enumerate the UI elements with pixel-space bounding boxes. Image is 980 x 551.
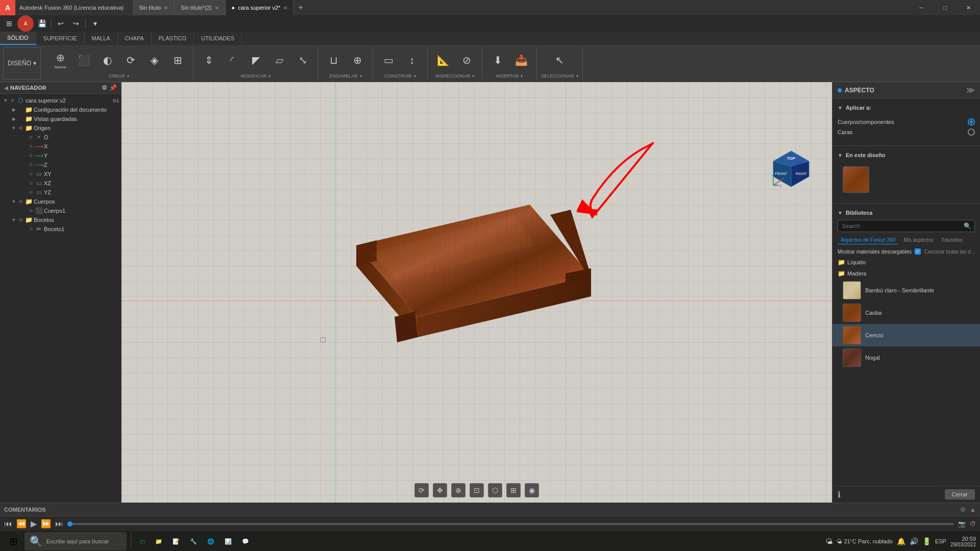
tab-plastico[interactable]: PLÁSTICO	[152, 32, 194, 45]
viewport[interactable]: TOP FRONT RIGHT x y z ⟳ ✥ ⊕ ⊡ ⬡ ⊞ ◉	[121, 82, 832, 503]
comments-settings-icon[interactable]: ⚙	[960, 506, 966, 513]
crear-label[interactable]: CREAR ▾	[109, 73, 129, 80]
vp-btn-zoom[interactable]: ⊕	[451, 483, 465, 497]
btn-interference[interactable]: ⊘	[455, 47, 478, 73]
in-design-header[interactable]: ▼ En este diseño	[832, 150, 980, 160]
clock-area[interactable]: 20:59 29/03/2022	[950, 536, 976, 547]
info-button[interactable]: ℹ	[838, 490, 841, 499]
volume-icon[interactable]: 🔊	[910, 537, 918, 545]
design-dropdown[interactable]: DISEÑO ▾	[3, 47, 41, 80]
library-header[interactable]: ▼ Biblioteca	[832, 208, 980, 218]
material-nogal[interactable]: Nogal	[832, 346, 980, 369]
tree-item-xy[interactable]: 👁 ▭ XY	[0, 169, 121, 179]
cancel-all-link[interactable]: Cancelar todas las d...	[924, 249, 975, 255]
in-design-swatch[interactable]	[843, 166, 869, 193]
btn-join[interactable]: ⊔	[323, 47, 345, 73]
tab-malla[interactable]: MALLA	[85, 32, 118, 45]
construir-label[interactable]: CONSTRUIR ▾	[384, 73, 416, 80]
qa-undo-button[interactable]: ↩	[54, 16, 68, 31]
qa-extra-button[interactable]: ▾	[88, 16, 102, 31]
nav-settings-icon[interactable]: ⚙	[102, 84, 107, 91]
lib-tab-fusion[interactable]: Aspectos de Fusion 360	[838, 236, 898, 244]
eye-sketches[interactable]: 👁	[17, 217, 24, 223]
eye-sketch1[interactable]: 👁	[28, 227, 35, 232]
btn-insert[interactable]: ⬇	[486, 47, 509, 73]
pb-camera-icon[interactable]: 📷	[958, 520, 966, 528]
modificar-label[interactable]: MODIFICAR ▾	[241, 73, 271, 80]
tree-item-bodies[interactable]: ▼ 👁 📁 Cuerpos	[0, 197, 121, 206]
taskbar-search-button[interactable]: 🔍 Escribe aquí para buscar	[24, 532, 127, 550]
tree-item-views[interactable]: ▶ 📁 Vistas guardadas	[0, 114, 121, 123]
radio-faces[interactable]	[968, 129, 975, 136]
comments-expand-icon[interactable]: ▲	[970, 506, 976, 513]
inspeccionar-label[interactable]: INSPECCIONAR ▾	[435, 73, 475, 80]
vp-btn-orbit[interactable]: ⟳	[414, 483, 429, 497]
taskbar-start-button[interactable]: ⊞	[4, 532, 22, 550]
ensamblar-label[interactable]: ENSAMBLAR ▾	[329, 73, 362, 80]
expand-bodies[interactable]: ▼	[10, 199, 17, 204]
cerrar-button[interactable]: Cerrar	[945, 489, 975, 499]
tree-item-config[interactable]: ▶ 📁 Configuración del documento	[0, 105, 121, 114]
btn-sweep[interactable]: ⟳	[119, 47, 142, 73]
btn-revolve[interactable]: ◐	[96, 47, 118, 73]
radio-bodies[interactable]	[968, 118, 975, 126]
btn-insert2[interactable]: 📥	[510, 47, 532, 73]
qa-redo-button[interactable]: ↪	[69, 16, 83, 31]
eye-o[interactable]: 👁	[28, 135, 35, 140]
tab-utilidades[interactable]: UTILIDADES	[194, 32, 242, 45]
btn-combine[interactable]: ⊕	[346, 47, 369, 73]
eye-root[interactable]: 👁	[9, 98, 16, 104]
qa-grid-button[interactable]: ⊞	[2, 16, 16, 31]
vp-btn-fit[interactable]: ⊡	[470, 483, 484, 497]
eye-y[interactable]: 👁	[28, 153, 35, 159]
btn-loft[interactable]: ◈	[143, 47, 165, 73]
btn-scale[interactable]: ⤡	[291, 47, 314, 73]
nav-pin-icon[interactable]: 📌	[109, 84, 117, 91]
lib-tab-favoritos[interactable]: Favoritos	[939, 236, 966, 244]
new-tab-button[interactable]: +	[294, 3, 307, 12]
tab-cara-superior[interactable]: ● cara superior v2* ✕	[226, 0, 295, 15]
vp-btn-display[interactable]: ⊞	[506, 483, 521, 497]
taskbar-explorer[interactable]: 📁	[151, 532, 166, 550]
pb-to-end[interactable]: ⏭	[55, 519, 63, 529]
qa-save-button[interactable]: A	[17, 15, 34, 32]
eye-xz[interactable]: 👁	[28, 181, 35, 186]
tree-item-o[interactable]: 👁 • O	[0, 133, 121, 142]
tree-info-icon[interactable]: ℹ	[117, 98, 119, 104]
aplicar-a-header[interactable]: ▼ Aplicar a:	[832, 103, 980, 113]
search-input[interactable]	[838, 221, 961, 231]
maximize-button[interactable]: □	[933, 0, 957, 15]
btn-extrude[interactable]: ⬛	[72, 47, 95, 73]
taskbar-teams[interactable]: 💬	[238, 532, 253, 550]
eye-origin[interactable]: 👁	[17, 126, 24, 131]
aspect-panel-expand[interactable]: ≫	[966, 85, 975, 95]
eye-body1[interactable]: 👁	[28, 208, 35, 214]
expand-config[interactable]: ▶	[10, 107, 17, 112]
btn-new-component[interactable]: ⊕ Nueva	[49, 47, 71, 73]
tab-chapa[interactable]: CHAPA	[118, 32, 152, 45]
tree-item-root[interactable]: ▼ 👁 ⬡ cara superior v2 ⚙ ℹ	[0, 96, 121, 105]
eye-x[interactable]: 👁	[28, 144, 35, 149]
tab-sin-titulo-2[interactable]: Sin título*(2) ✕	[175, 0, 226, 15]
pb-play[interactable]: ▶	[31, 519, 37, 529]
qa-file-button[interactable]: 💾	[35, 16, 49, 31]
seleccionar-label[interactable]: SELECCIONAR ▾	[541, 73, 578, 80]
timeline-thumb[interactable]	[67, 521, 72, 527]
eye-xy[interactable]: 👁	[28, 171, 35, 177]
tab-solido[interactable]: SÓLIDO	[0, 32, 36, 45]
tab-close-1[interactable]: ✕	[164, 5, 168, 11]
tab-superficie[interactable]: SUPERFICIE	[36, 32, 85, 45]
btn-more-crear[interactable]: ⊞	[166, 47, 189, 73]
tree-settings-icon[interactable]: ⚙	[112, 98, 117, 104]
nav-collapse-icon[interactable]: ◀	[4, 85, 8, 91]
expand-origin[interactable]: ▼	[10, 126, 17, 131]
btn-chamfer[interactable]: ◤	[244, 47, 267, 73]
timeline-bar[interactable]	[67, 523, 954, 525]
close-button[interactable]: ✕	[957, 0, 980, 15]
minimize-button[interactable]: ─	[910, 0, 933, 15]
vp-btn-render[interactable]: ◉	[525, 483, 539, 497]
network-icon[interactable]: 🔔	[897, 537, 905, 545]
taskbar-app1[interactable]: 🔧	[186, 532, 201, 550]
taskbar-app2[interactable]: 📊	[220, 532, 236, 550]
btn-press-pull[interactable]: ⇕	[198, 47, 220, 73]
